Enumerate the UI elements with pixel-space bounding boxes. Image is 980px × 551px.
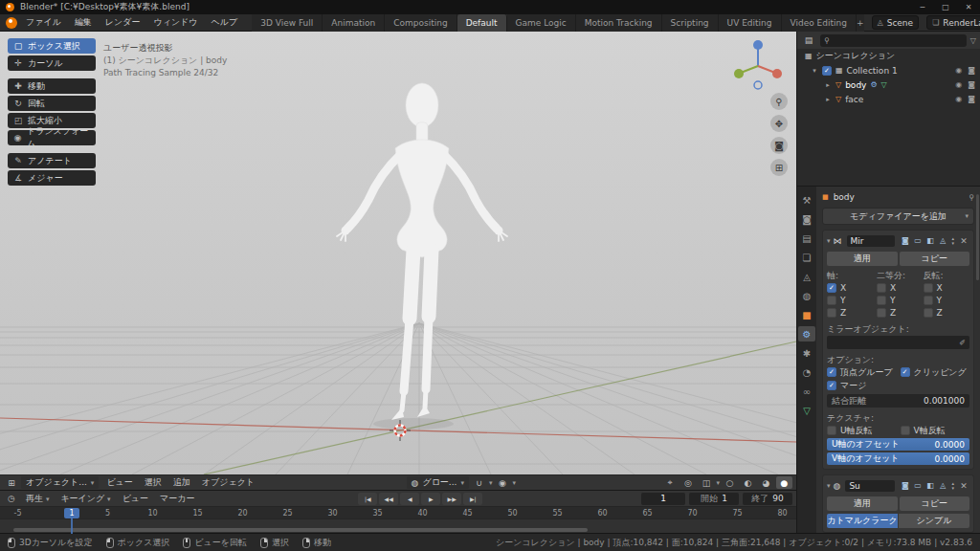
menu-help[interactable]: ヘルプ <box>205 16 245 29</box>
proportional-edit-toggle[interactable]: ◉ <box>494 476 510 489</box>
mirror-object-field[interactable]: ✐ <box>827 336 969 349</box>
eyedropper-icon[interactable]: ✐ <box>959 339 966 347</box>
xray-toggle[interactable]: ◫ <box>698 476 714 489</box>
properties-tab-constraints[interactable]: ∞ <box>798 384 815 399</box>
workspace-tab-default[interactable]: Default <box>457 14 507 32</box>
camera-icon[interactable]: ◙ <box>968 80 975 89</box>
shading-solid-button[interactable]: ◐ <box>740 476 756 489</box>
tool-button-rotate[interactable]: ↻ 回転 <box>8 96 96 111</box>
bisect-y-checkbox[interactable] <box>877 296 886 305</box>
flip-x-checkbox[interactable] <box>924 283 933 293</box>
menu-playback[interactable]: 再生 ▾ <box>21 493 54 505</box>
workspace-tab-game-logic[interactable]: Game Logic <box>507 14 576 32</box>
transport-prev-keyframe[interactable]: ◀◀ <box>379 493 398 505</box>
camera-icon[interactable]: ◙ <box>968 95 975 103</box>
modifier-toggle-editmode-toggle[interactable]: ◧ <box>924 236 935 245</box>
outliner-row-scene-collection[interactable]: ▦ シーンコレクション <box>797 49 980 63</box>
gizmo-y-axis[interactable] <box>734 69 744 78</box>
eye-icon[interactable]: ◉ <box>955 80 962 89</box>
expand-icon[interactable]: ▾ <box>827 237 831 245</box>
gizmo-z-axis[interactable] <box>753 40 763 50</box>
workspace-tab-animation[interactable]: Animation <box>323 14 385 32</box>
mirror-axis-z-checkbox[interactable] <box>827 308 836 318</box>
modifier-toggle-editmode-toggle[interactable]: ◧ <box>924 481 935 490</box>
menu-file[interactable]: ファイル <box>19 16 68 29</box>
search-input[interactable] <box>833 35 963 45</box>
timeline-scrollbar[interactable] <box>13 528 588 532</box>
flip-u-checkbox[interactable] <box>827 426 836 435</box>
properties-tab-view-layer[interactable]: ❏ <box>798 250 815 265</box>
shading-wireframe-button[interactable]: ○ <box>722 476 738 489</box>
nav-button-zoom[interactable]: ⚲ <box>770 93 788 110</box>
minimize-button[interactable]: ─ <box>911 0 934 14</box>
transport-next-keyframe[interactable]: ▶▶ <box>442 493 461 505</box>
subsurf-modifier-header[interactable]: ▾ ◍ Su ◙ ▭ ◧ ◬ ▴▾ ✕ <box>827 478 969 493</box>
properties-tab-render[interactable]: ◙ <box>798 211 815 227</box>
blender-menu-icon[interactable] <box>6 17 17 29</box>
clipping-checkbox[interactable] <box>901 367 910 377</box>
nav-button-pan[interactable]: ✥ <box>770 115 788 132</box>
transport-jump-to-start[interactable]: |◀ <box>358 493 377 505</box>
add-modifier-dropdown[interactable]: モディファイアーを追加 ▾ <box>822 208 974 225</box>
nav-button-toggle-perspective[interactable]: ⊞ <box>770 159 788 176</box>
offset-u-slider[interactable]: U軸のオフセット 0.0000 <box>827 438 969 451</box>
apply-button[interactable]: 適用 <box>827 252 898 266</box>
modifier-name-field[interactable]: Mir <box>847 235 896 247</box>
gizmo-x-axis[interactable] <box>772 69 782 78</box>
modifier-toggle-render-toggle[interactable]: ◙ <box>900 236 910 245</box>
workspace-tab-3d-view-full[interactable]: 3D View Full <box>252 14 323 32</box>
properties-tab-output[interactable]: ▤ <box>798 231 815 246</box>
camera-icon[interactable]: ◙ <box>968 66 975 75</box>
playhead-line[interactable] <box>71 518 73 534</box>
workspace-tab-compositing[interactable]: Compositing <box>385 14 457 32</box>
close-button[interactable]: ✕ <box>957 0 980 14</box>
menu-edit[interactable]: 編集 <box>68 16 99 29</box>
pin-icon[interactable]: ⚲ <box>969 193 974 202</box>
shading-material-button[interactable]: ◕ <box>758 476 774 489</box>
outliner-row-collection-1[interactable]: ▾ ▦ Collection 1 ◉ ◙ <box>797 63 980 77</box>
expand-icon[interactable]: ▾ <box>827 482 831 490</box>
menu-render[interactable]: レンダー <box>99 16 147 29</box>
properties-tab-scene[interactable]: ◬ <box>798 269 815 284</box>
filter-icon[interactable]: ▽ <box>970 36 976 45</box>
properties-tab-tool[interactable]: ⚒ <box>798 192 815 208</box>
workspace-tab-scripting[interactable]: Scripting <box>662 14 719 32</box>
character-mesh[interactable] <box>337 83 507 430</box>
show-gizmo-toggle[interactable]: ⌖ <box>661 476 678 489</box>
simple-button[interactable]: シンプル <box>899 514 969 528</box>
show-overlays-toggle[interactable]: ◎ <box>679 476 696 489</box>
frame-start-field[interactable]: 開始 1 <box>689 493 739 505</box>
expand-down-icon[interactable]: ▾ <box>811 67 818 75</box>
eye-icon[interactable]: ◉ <box>955 95 962 103</box>
workspace-tab-video-editing[interactable]: Video Editing <box>782 14 857 32</box>
viewport-canvas[interactable]: ユーザー透視投影 (1) シーンコレクション | body Path Traci… <box>0 32 796 474</box>
delete-modifier-icon[interactable]: ✕ <box>958 481 969 491</box>
outliner-search[interactable]: ⚲ <box>820 34 967 47</box>
expand-right-icon[interactable]: ▸ <box>824 96 832 103</box>
shading-dropdown[interactable]: ▾ <box>716 479 720 487</box>
menu-keying[interactable]: キーイング ▾ <box>56 493 115 505</box>
timeline-editor-icon[interactable]: ◷ <box>4 494 19 503</box>
delete-modifier-icon[interactable]: ✕ <box>958 236 969 246</box>
timeline-ruler[interactable]: 1 -55101520253035404550556065707580 <box>0 507 796 519</box>
tool-button-box-select[interactable]: ▢ ボックス選択 <box>8 38 96 54</box>
move-down-icon[interactable]: ▾ <box>951 241 954 246</box>
properties-tab-physics[interactable]: ◔ <box>798 364 815 380</box>
viewport-menu-add[interactable]: 追加 <box>167 476 196 489</box>
mode-dropdown[interactable]: オブジェクト... ▾ <box>21 476 99 489</box>
editor-type-icon[interactable]: ⊞ <box>4 478 19 488</box>
outliner-row-face[interactable]: ▸ ▽ face ◉ ◙ <box>797 92 980 106</box>
mirror-axis-x-checkbox[interactable] <box>827 283 836 293</box>
properties-tab-particles[interactable]: ✱ <box>798 345 815 361</box>
merge-checkbox[interactable] <box>827 381 836 390</box>
viewport-menu-select[interactable]: 選択 <box>139 476 167 489</box>
current-frame-field[interactable]: 1 <box>641 493 685 505</box>
flip-y-checkbox[interactable] <box>924 296 933 305</box>
maximize-button[interactable]: □ <box>934 0 957 14</box>
copy-button[interactable]: コピー <box>900 496 970 511</box>
navigation-gizmo[interactable] <box>731 37 785 91</box>
bisect-x-checkbox[interactable] <box>877 283 886 293</box>
collection-checkbox[interactable] <box>822 66 832 76</box>
gizmo-z-neg-axis[interactable] <box>754 81 762 89</box>
modifier-toggle-realtime-toggle[interactable]: ▭ <box>912 236 923 245</box>
